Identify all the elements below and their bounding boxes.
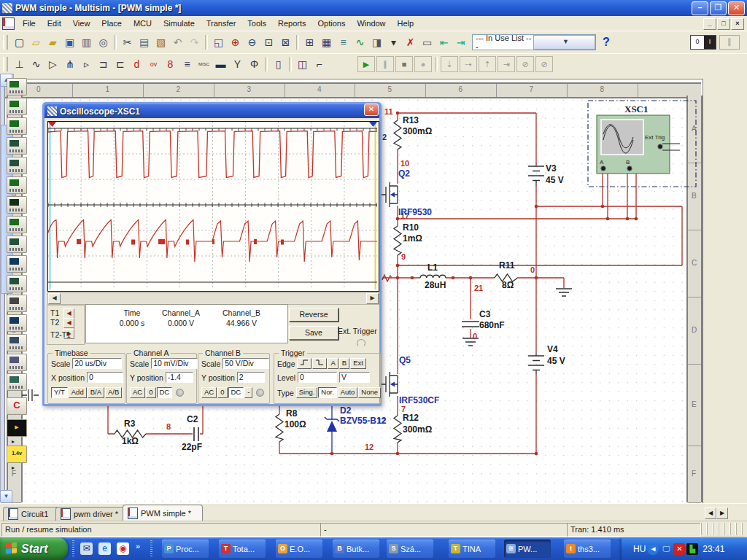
channel-b-coupling-0[interactable]: 0 (217, 387, 227, 398)
analog-component-icon[interactable]: ▹ (78, 56, 95, 72)
taskbar-button-sz[interactable]: SSzá... (387, 540, 433, 558)
menu-window[interactable]: Window (351, 18, 391, 29)
minimize-button[interactable]: – (692, 1, 708, 15)
frequency-counter-icon[interactable] (7, 196, 27, 214)
channel-b-coupling-ac[interactable]: AC (201, 387, 217, 398)
multimeter-icon[interactable] (7, 78, 27, 96)
stop-simulation-button[interactable]: ■ (395, 56, 413, 72)
undo-icon[interactable]: ↶ (169, 34, 186, 50)
menu-tools[interactable]: Tools (241, 18, 272, 29)
new-file-icon[interactable]: ▢ (11, 34, 28, 50)
zoom-fit-icon[interactable]: ⊠ (277, 34, 294, 50)
pause-simulation-button[interactable]: ∥ (376, 56, 394, 72)
toolbar-grip[interactable] (3, 35, 8, 50)
pause-at-next-button[interactable]: ⊘ (516, 56, 534, 72)
toolbar-grip[interactable] (3, 57, 8, 71)
wattmeter-icon[interactable] (7, 117, 27, 135)
measurement-probe-icon[interactable]: 1.4v (7, 446, 27, 463)
trigger-type-sing[interactable]: Sing. (296, 387, 318, 398)
oscilloscope-title-bar[interactable]: Oscilloscope-XSC1 (44, 104, 379, 118)
close-button[interactable]: ✕ (728, 1, 745, 15)
timebase-mode-ab[interactable]: A/B (105, 387, 122, 398)
hierarchical-block-icon[interactable]: ◫ (294, 56, 311, 72)
tektronix-oscilloscope-icon[interactable] (7, 373, 27, 391)
trigger-type-nor[interactable]: Nor. (318, 387, 336, 398)
forward-annotate-icon[interactable]: ⇥ (452, 34, 469, 50)
channel-b-coupling-dc[interactable]: DC (228, 387, 244, 398)
taskbar-button-tota[interactable]: TTota... (219, 540, 266, 558)
erc-check-icon[interactable]: ✗ (402, 34, 419, 50)
sheet-tab-circuit1[interactable]: Circuit1 (3, 507, 61, 521)
taskbar-button-ths3[interactable]: tths3... (564, 540, 611, 558)
chevron-down-icon[interactable]: ▼ (533, 35, 595, 50)
probe-dropdown-icon[interactable]: ▸ (12, 464, 15, 471)
reverse-button[interactable]: Reverse (289, 308, 338, 322)
timebase-scale-field[interactable]: 20 us/Div (72, 358, 122, 369)
logic-converter-icon[interactable] (7, 255, 27, 273)
oscilloscope-close-button[interactable]: ✕ (364, 104, 379, 116)
trigger-source-a[interactable]: A (328, 358, 338, 369)
four-channel-oscilloscope-icon[interactable] (7, 157, 27, 174)
tab-scroll-right-icon[interactable]: ▶ (716, 508, 728, 519)
trigger-source-b[interactable]: B (339, 358, 349, 369)
trigger-level-field[interactable]: 0 (298, 372, 337, 383)
channel-a-coupling-0[interactable]: 0 (146, 387, 155, 398)
signal-source-icon[interactable]: ∿ (28, 56, 44, 72)
taskbar-button-eo[interactable]: OE.O... (276, 540, 322, 558)
run-simulation-button[interactable]: ▶ (357, 56, 375, 72)
menu-file[interactable]: File (17, 18, 42, 29)
save-button[interactable]: Save (289, 326, 338, 340)
labview-dropdown-icon[interactable]: ▸ (12, 438, 15, 445)
place-bus-icon[interactable]: ⌐ (311, 56, 328, 72)
step-out-button[interactable]: ⇡ (479, 56, 496, 72)
channel-a-ypos-field[interactable]: -1.4 (166, 372, 193, 383)
help-icon[interactable]: ? (599, 36, 614, 49)
distortion-analyzer-icon[interactable] (7, 295, 27, 312)
ttl-component-icon[interactable]: ⊐ (95, 56, 112, 72)
channel-a-coupling-ac[interactable]: AC (130, 387, 145, 398)
rf-component-icon[interactable]: Y (229, 56, 246, 72)
channel-a-scale-field[interactable]: 10 mV/Div (151, 358, 198, 369)
menu-edit[interactable]: Edit (42, 18, 67, 29)
start-button[interactable]: Start (0, 537, 68, 560)
agilent-multimeter-icon[interactable] (7, 354, 27, 371)
mdi-minimize-button[interactable]: _ (703, 18, 716, 30)
taskbar-button-tina[interactable]: TTINA (449, 540, 495, 558)
spectrum-analyzer-icon[interactable] (7, 314, 27, 332)
network-icon[interactable]: 🖵 (660, 543, 672, 555)
back-annotate-icon[interactable]: ⇤ (436, 34, 452, 50)
in-use-list-combobox[interactable]: --- In Use List --- ▼ (472, 34, 596, 50)
sheet-tab-pwmdriver[interactable]: pwm driver * (55, 507, 130, 521)
mdi-restore-button[interactable]: □ (717, 18, 730, 30)
mixed-component-icon[interactable]: ov (145, 56, 162, 72)
sheet-tab-pwmsimple[interactable]: PWM simple * (123, 505, 203, 521)
menu-mcu[interactable]: MCU (128, 18, 158, 29)
trigger-source-ext[interactable]: Ext (350, 358, 366, 369)
internet-explorer-quicklaunch-icon[interactable]: e (98, 542, 111, 555)
zoom-area-icon[interactable]: ⊡ (260, 34, 277, 50)
restore-button[interactable]: ❐ (710, 1, 727, 15)
power-component-icon[interactable]: ≡ (179, 56, 196, 72)
open-file-icon[interactable]: ▱ (28, 34, 44, 50)
source-component-icon[interactable]: ⊥ (11, 56, 28, 72)
network-analyzer-icon[interactable] (7, 334, 27, 351)
scroll-right-icon[interactable]: ▶ (366, 293, 379, 304)
analysis-dropdown-icon[interactable]: ▾ (385, 34, 402, 50)
channel-b-scale-field[interactable]: 50 V/Div (222, 358, 269, 369)
zoom-in-icon[interactable]: ⊕ (227, 34, 244, 50)
step-into-button[interactable]: ⇣ (441, 56, 458, 72)
outlook-quicklaunch-icon[interactable]: ✉ (80, 542, 93, 555)
channel-a-coupling-dc[interactable]: DC (157, 387, 173, 398)
oscilloscope-hscrollbar[interactable]: ◀ ▶ (47, 292, 379, 305)
misc-digital-icon[interactable]: d (128, 56, 145, 72)
word-generator-icon[interactable] (7, 216, 27, 233)
misc-component-icon[interactable]: MISC (196, 56, 212, 72)
trigger-level-unit-field[interactable]: V (339, 372, 370, 383)
iv-analyzer-icon[interactable] (7, 275, 27, 292)
open-sample-icon[interactable]: ▰ (44, 34, 61, 50)
cut-icon[interactable]: ✂ (119, 34, 136, 50)
oscilloscope-icon[interactable] (7, 137, 27, 155)
taskbar-button-proc[interactable]: PProc... (162, 540, 209, 558)
irfanview-quicklaunch-icon[interactable]: ◉ (117, 542, 129, 555)
copy-icon[interactable]: ▤ (136, 34, 152, 50)
